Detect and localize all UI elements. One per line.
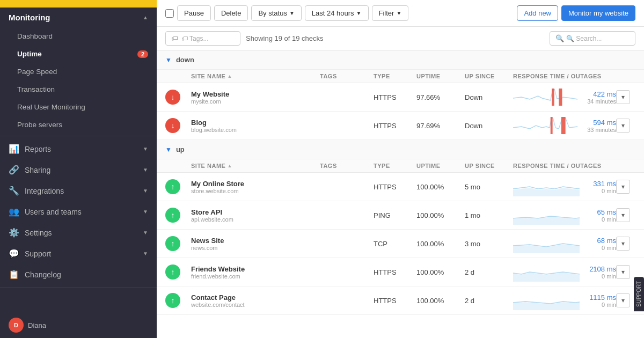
type-6: HTTPS (374, 268, 416, 276)
sidebar-user[interactable]: D Diana (0, 312, 157, 338)
name-cell-2: Blog blog.website.com (191, 119, 320, 133)
name-cell-5: News Site news.com (191, 237, 320, 251)
check-cell-5: ↑ (165, 236, 191, 251)
changelog-icon: 📋 (9, 269, 19, 280)
response-cell-7: 1115 ms 0 min (513, 291, 616, 310)
site-url-3: store.website.com (191, 188, 244, 194)
svg-marker-4 (513, 188, 580, 196)
response-min-5: 0 min (584, 245, 616, 251)
last-24-button[interactable]: Last 24 hours ▼ (305, 5, 369, 21)
delete-button[interactable]: Delete (214, 5, 248, 21)
up-since-7: 2 d (465, 297, 513, 305)
sidebar-item-dashboard[interactable]: Dashboard (0, 27, 157, 45)
site-name-4[interactable]: Store API (191, 208, 233, 216)
site-url-7: website.com/contact (191, 302, 245, 308)
col-tags-up: TAGS (320, 163, 374, 169)
response-cell-6: 2108 ms 0 min (513, 262, 616, 282)
site-name-5[interactable]: News Site (191, 237, 224, 245)
sparkline-5 (513, 234, 580, 253)
sidebar-divider-2 (0, 287, 157, 288)
check-cell-7: ↑ (165, 293, 191, 308)
table-row: ↑ News Site news.com TCP 100.00% 3 mo (157, 230, 644, 258)
sidebar-item-page-speed[interactable]: Page Speed (0, 63, 157, 80)
col-type-up: TYPE (374, 163, 416, 169)
sidebar-item-integrations[interactable]: 🔧 Integrations ▼ (0, 180, 157, 201)
search-icon: 🔍 (555, 34, 564, 42)
uptime-4: 100.00% (416, 211, 465, 219)
sidebar-item-support[interactable]: 💬 Support ▼ (0, 243, 157, 264)
site-name-1[interactable]: My Website (191, 90, 229, 98)
response-min-2: 33 minutes (584, 127, 616, 133)
status-up-icon-3: ↑ (165, 179, 180, 194)
down-col-headers: SITE NAME ▲ TAGS TYPE UPTIME UP SINCE RE… (157, 70, 644, 83)
response-min-3: 0 min (584, 188, 616, 194)
uptime-7: 100.00% (416, 297, 465, 305)
up-since-6: 2 d (465, 268, 513, 276)
up-since-4: 1 mo (465, 211, 513, 219)
down-section-toggle[interactable]: ▼ (165, 56, 172, 64)
monitoring-section-header[interactable]: Monitoring ▲ (0, 8, 157, 27)
avatar: D (9, 318, 24, 333)
sidebar-item-users-and-teams[interactable]: 👥 Users and teams ▼ (0, 201, 157, 222)
monitor-website-button[interactable]: Monitor my website (561, 5, 635, 21)
sparkline-7 (513, 291, 580, 310)
row-action-2[interactable]: ▾ (616, 119, 630, 133)
uptime-2: 97.69% (416, 122, 465, 130)
site-name-6[interactable]: Friends Website (191, 265, 245, 273)
up-col-headers: SITE NAME ▲ TAGS TYPE UPTIME UP SINCE RE… (157, 159, 644, 173)
table-area: ▼ down SITE NAME ▲ TAGS TYPE UPTIME UP S… (157, 50, 644, 338)
response-min-1: 34 minutes (584, 98, 616, 105)
row-action-5[interactable]: ▾ (616, 237, 630, 251)
col-site-name-up[interactable]: SITE NAME ▲ (191, 163, 320, 169)
sidebar-item-changelog[interactable]: 📋 Changelog (0, 264, 157, 285)
add-new-button[interactable]: Add new (517, 5, 558, 21)
name-cell-4: Store API api.website.com (191, 208, 320, 223)
pause-button[interactable]: Pause (177, 5, 211, 21)
sidebar-item-uptime[interactable]: Uptime 2 (0, 45, 157, 63)
support-bubble[interactable]: SUPPORT (634, 277, 644, 311)
users-and-teams-label: Users and teams (25, 208, 143, 216)
type-5: TCP (374, 240, 416, 248)
col-site-name-down[interactable]: SITE NAME ▲ (191, 73, 320, 79)
sidebar-item-probe-servers[interactable]: Probe servers (0, 116, 157, 134)
sidebar-item-reports[interactable]: 📊 Reports ▼ (0, 138, 157, 159)
sparkline-6 (513, 262, 580, 282)
type-7: HTTPS (374, 297, 416, 305)
row-action-7[interactable]: ▾ (616, 293, 630, 307)
search-box[interactable]: 🔍 🔍 Search... (550, 31, 635, 46)
sort-icon-up: ▲ (227, 163, 232, 168)
row-action-4[interactable]: ▾ (616, 208, 630, 222)
sidebar-item-transaction[interactable]: Transaction (0, 80, 157, 98)
sidebar-item-real-user-monitoring[interactable]: Real User Monitoring (0, 98, 157, 116)
site-name-7[interactable]: Contact Page (191, 293, 245, 302)
reports-chevron-icon: ▼ (143, 146, 148, 152)
col-response-down: RESPONSE TIME / OUTAGES (513, 73, 616, 79)
tags-input[interactable]: 🏷 🏷 Tags... (165, 31, 240, 46)
type-3: HTTPS (374, 183, 416, 191)
svg-rect-1 (559, 89, 562, 106)
up-section-toggle[interactable]: ▼ (165, 146, 172, 153)
site-name-2[interactable]: Blog (191, 119, 237, 127)
status-down-icon-1: ↓ (165, 90, 180, 105)
site-name-3[interactable]: My Online Store (191, 180, 244, 188)
row-action-3[interactable]: ▾ (616, 180, 630, 194)
sparkline-4 (513, 205, 580, 225)
table-row: ↓ My Website mysite.com HTTPS 97.66% Dow… (157, 83, 644, 112)
name-cell-6: Friends Website friend.website.com (191, 265, 320, 280)
row-action-1[interactable]: ▾ (616, 90, 630, 104)
select-all-checkbox[interactable] (165, 9, 174, 18)
sparkline-3 (513, 177, 580, 196)
users-chevron-icon: ▼ (143, 209, 148, 215)
sidebar-item-sharing[interactable]: 🔗 Sharing ▼ (0, 159, 157, 180)
settings-chevron-icon: ▼ (143, 230, 148, 236)
check-cell-6: ↑ (165, 264, 191, 280)
check-cell-1: ↓ (165, 90, 191, 105)
settings-icon: ⚙️ (9, 227, 19, 238)
filter-button[interactable]: Filter ▼ (372, 5, 409, 21)
sharing-icon: 🔗 (9, 165, 19, 175)
by-status-button[interactable]: By status ▼ (251, 5, 301, 21)
row-action-6[interactable]: ▾ (616, 265, 630, 279)
transaction-label: Transaction (17, 85, 55, 93)
col-action-down (616, 73, 635, 79)
sidebar-item-settings[interactable]: ⚙️ Settings ▼ (0, 222, 157, 243)
